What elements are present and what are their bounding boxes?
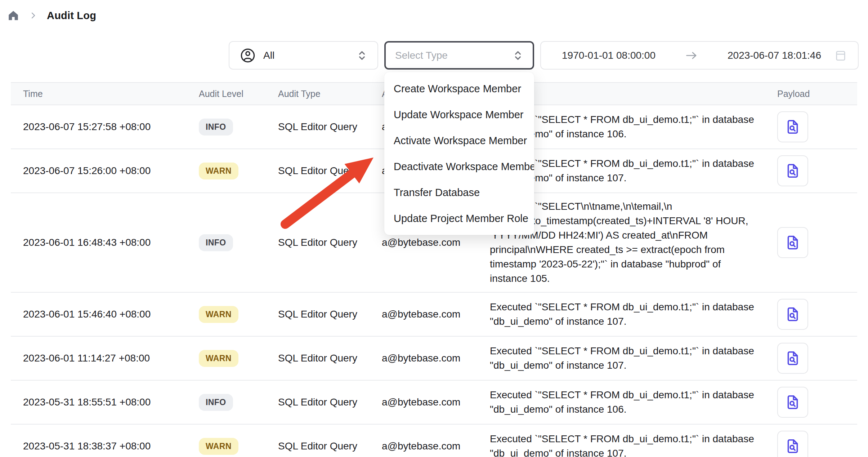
cell-time: 2023-05-31 18:55:51 +08:00 [23, 396, 199, 408]
view-payload-button[interactable] [777, 111, 808, 142]
column-header-time: Time [23, 89, 199, 99]
comment-line: "db_ui_demo" of instance 107. [490, 314, 774, 329]
date-range-end[interactable]: 2023-06-07 18:01:46 [728, 50, 821, 61]
cell-audit-type: SQL Editor Query [278, 352, 382, 364]
cell-payload [774, 343, 857, 374]
type-dropdown-item[interactable]: Deactivate Workspace Member [384, 154, 534, 179]
cell-audit-level: WARN [199, 163, 278, 179]
cell-comment: Executed `"SELECT * FROM db_ui_demo.t1;"… [490, 344, 774, 373]
type-dropdown-item[interactable]: Activate Workspace Member [384, 128, 534, 154]
cell-audit-type: SQL Editor Query [278, 121, 382, 133]
cell-actor: a@bytebase.com [382, 309, 490, 320]
cell-comment: Executed `"SELECT * FROM db_ui_demo.t1;"… [490, 388, 774, 417]
comment-line: "db_ui_demo" of instance 107. [490, 446, 774, 457]
type-filter-select[interactable]: Select Type [384, 41, 534, 70]
cell-time: 2023-06-07 15:27:58 +08:00 [23, 121, 199, 133]
cell-audit-type: SQL Editor Query [278, 309, 382, 320]
audit-level-badge: WARN [199, 350, 238, 367]
audit-level-badge: WARN [199, 163, 238, 179]
type-dropdown-item[interactable]: Create Workspace Member [384, 76, 534, 102]
actor-filter-value: All [263, 50, 274, 61]
page-title: Audit Log [47, 10, 96, 22]
audit-level-badge: INFO [199, 119, 233, 136]
cell-payload [774, 227, 857, 258]
cell-audit-level: WARN [199, 438, 278, 455]
cell-payload [774, 387, 857, 418]
type-dropdown-item[interactable]: Transfer Database [384, 179, 534, 205]
cell-actor: a@bytebase.com [382, 440, 490, 452]
cell-payload [774, 299, 857, 330]
cell-audit-level: INFO [199, 234, 278, 251]
date-range-picker[interactable]: 1970-01-01 08:00:00 2023-06-07 18:01:46 [540, 41, 859, 70]
view-payload-button[interactable] [777, 155, 808, 186]
column-header-payload: Payload [774, 89, 857, 99]
document-search-icon [784, 394, 801, 411]
table-row: 2023-05-31 18:55:51 +08:00INFOSQL Editor… [11, 381, 857, 425]
home-icon[interactable] [7, 9, 19, 22]
audit-level-badge: WARN [199, 438, 238, 455]
cell-time: 2023-06-01 11:14:27 +08:00 [23, 352, 199, 364]
audit-log-page: Audit Log All Select Type 1970-01-01 08:… [0, 0, 868, 457]
comment-line: "db_ui_demo" of instance 107. [490, 358, 774, 373]
cell-audit-type: SQL Editor Query [278, 165, 382, 177]
cell-time: 2023-06-01 16:48:43 +08:00 [23, 237, 199, 248]
cell-time: 2023-06-01 15:46:40 +08:00 [23, 309, 199, 320]
cell-audit-level: WARN [199, 306, 278, 323]
type-dropdown-item[interactable]: Update Project Member Role [384, 205, 534, 231]
cell-actor: a@bytebase.com [382, 396, 490, 408]
cell-payload [774, 155, 857, 186]
table-row: 2023-06-01 11:14:27 +08:00WARNSQL Editor… [11, 337, 857, 381]
comment-line: Executed `"SELECT * FROM db_ui_demo.t1;"… [490, 300, 774, 314]
cell-comment: Executed `"SELECT * FROM db_ui_demo.t1;"… [490, 300, 774, 329]
cell-time: 2023-06-07 15:26:00 +08:00 [23, 165, 199, 177]
comment-line: Executed `"SELECT * FROM db_ui_demo.t1;"… [490, 344, 774, 358]
audit-level-badge: WARN [199, 306, 238, 323]
breadcrumb-chevron-icon [29, 11, 37, 20]
audit-level-badge: INFO [199, 394, 233, 411]
comment-line: principal\nWHERE created_ts >= extract(e… [490, 243, 774, 257]
filter-bar: All Select Type 1970-01-01 08:00:00 2023… [229, 41, 859, 70]
cell-audit-type: SQL Editor Query [278, 440, 382, 452]
comment-line: "db_ui_demo" of instance 106. [490, 402, 774, 417]
type-filter-placeholder: Select Type [395, 50, 448, 61]
type-dropdown-item[interactable]: Update Workspace Member [384, 102, 534, 128]
view-payload-button[interactable] [777, 343, 808, 374]
date-range-start[interactable]: 1970-01-01 08:00:00 [562, 50, 656, 61]
document-search-icon [784, 163, 801, 179]
chevron-up-down-icon [356, 49, 368, 62]
view-payload-button[interactable] [777, 431, 808, 457]
cell-actor: a@bytebase.com [382, 237, 490, 248]
audit-level-badge: INFO [199, 234, 233, 251]
cell-actor: a@bytebase.com [382, 352, 490, 364]
cell-audit-type: SQL Editor Query [278, 237, 382, 248]
document-search-icon [784, 438, 801, 454]
calendar-icon [834, 49, 847, 62]
view-payload-button[interactable] [777, 387, 808, 418]
table-row: 2023-05-31 18:38:37 +08:00WARNSQL Editor… [11, 425, 857, 457]
table-row: 2023-06-01 15:46:40 +08:00WARNSQL Editor… [11, 293, 857, 337]
comment-line: Executed `"SELECT * FROM db_ui_demo.t1;"… [490, 432, 774, 446]
view-payload-button[interactable] [777, 299, 808, 330]
document-search-icon [784, 234, 801, 251]
cell-audit-type: SQL Editor Query [278, 396, 382, 408]
cell-audit-level: WARN [199, 350, 278, 367]
cell-audit-level: INFO [199, 119, 278, 136]
actor-filter-select[interactable]: All [229, 41, 378, 70]
cell-time: 2023-05-31 18:38:37 +08:00 [23, 440, 199, 452]
type-select-dropdown: Create Workspace MemberUpdate Workspace … [384, 72, 534, 235]
comment-line: instance 105. [490, 271, 774, 286]
cell-payload [774, 431, 857, 457]
column-header-audit-type: Audit Type [278, 89, 382, 99]
breadcrumb: Audit Log [7, 9, 96, 22]
cell-comment: Executed `"SELECT * FROM db_ui_demo.t1;"… [490, 432, 774, 457]
cell-audit-level: INFO [199, 394, 278, 411]
arrow-right-icon [684, 50, 699, 61]
cell-payload [774, 111, 857, 142]
chevron-up-down-icon [512, 49, 524, 62]
comment-line: Executed `"SELECT * FROM db_ui_demo.t1;"… [490, 388, 774, 402]
view-payload-button[interactable] [777, 227, 808, 258]
column-header-audit-level: Audit Level [199, 89, 278, 99]
user-circle-icon [240, 47, 256, 64]
document-search-icon [784, 306, 801, 323]
document-search-icon [784, 350, 801, 367]
